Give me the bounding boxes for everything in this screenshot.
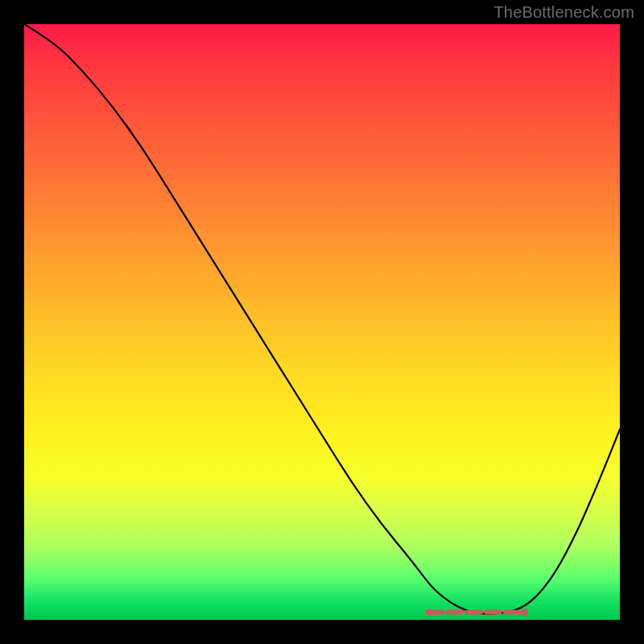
plot-area <box>24 24 620 620</box>
chart-frame: TheBottleneck.com <box>0 0 644 644</box>
watermark-text: TheBottleneck.com <box>493 3 634 22</box>
bottleneck-curve <box>24 24 620 614</box>
svg-point-5 <box>426 609 433 616</box>
optimal-range-marker <box>426 609 528 616</box>
curve-svg <box>24 24 620 620</box>
svg-point-6 <box>521 609 528 616</box>
